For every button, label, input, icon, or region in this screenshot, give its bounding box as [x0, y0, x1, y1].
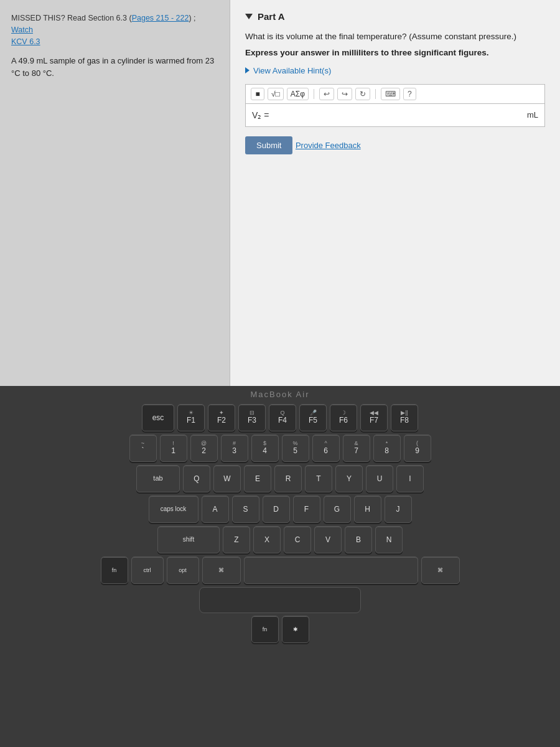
hint-expand-icon[interactable]: [245, 67, 250, 73]
key-a[interactable]: A: [202, 496, 229, 523]
key-cmd-left[interactable]: ⌘: [202, 557, 241, 584]
question-text: What is its volume at the final temperat…: [245, 31, 545, 43]
key-backtick[interactable]: ~`: [129, 435, 157, 462]
answer-instruction: Express your answer in milliliters to th…: [245, 47, 545, 59]
key-option-left[interactable]: opt: [167, 557, 199, 584]
key-j[interactable]: J: [385, 496, 412, 523]
key-u[interactable]: U: [366, 465, 393, 492]
key-t[interactable]: T: [305, 465, 332, 492]
zxcv-row: shift Z X C V B N: [12, 526, 548, 553]
key-f8[interactable]: ▶||F8: [391, 404, 418, 431]
key-esc[interactable]: esc: [142, 404, 174, 431]
missed-label: MISSED THIS?: [11, 14, 65, 22]
key-8[interactable]: *8: [373, 435, 401, 462]
key-d[interactable]: D: [263, 496, 290, 523]
key-2[interactable]: @2: [190, 435, 218, 462]
bottom-row: fn ctrl opt ⌘ ⌘: [12, 557, 548, 584]
key-b[interactable]: B: [345, 526, 372, 553]
macbook-label: MacBook Air: [251, 386, 310, 402]
part-title: Part A: [258, 11, 285, 22]
key-e[interactable]: E: [244, 465, 271, 492]
key-q[interactable]: Q: [183, 465, 210, 492]
key-y[interactable]: Y: [335, 465, 363, 492]
qwerty-row: tab Q W E R T Y U I: [12, 465, 548, 492]
toolbar-sqrt-icon[interactable]: √□: [268, 88, 284, 100]
key-f7[interactable]: ◀◀F7: [360, 404, 388, 431]
right-panel: Part A What is its volume at the final t…: [230, 0, 560, 386]
function-row: esc ☀F1 ✦F2 ⊟F3 QF4 🎤F5 ☽F6 ◀◀F7 ▶||F8: [12, 404, 548, 431]
toolbar-refresh-icon[interactable]: ↻: [355, 88, 370, 100]
key-ctrl[interactable]: ctrl: [131, 557, 164, 584]
pages-link[interactable]: Pages 215 - 222: [132, 14, 189, 22]
problem-text: A 49.9 mL sample of gas in a cylinder is…: [11, 55, 218, 79]
collapse-icon[interactable]: [245, 14, 253, 19]
key-3[interactable]: #3: [221, 435, 248, 462]
toolbar-sigma-icon[interactable]: AΣφ: [287, 88, 309, 100]
asdf-row: caps lock A S D F G H J: [12, 496, 548, 523]
key-f4[interactable]: QF4: [269, 404, 296, 431]
toolbar-separator-1: [314, 89, 314, 99]
macbook-bezel: MacBook Air esc ☀F1 ✦F2 ⊟F3 QF4 🎤F5 ☽F6 …: [0, 386, 560, 747]
key-caps[interactable]: caps lock: [149, 496, 198, 523]
part-header: Part A: [245, 11, 545, 22]
key-extra[interactable]: ✱: [282, 616, 309, 643]
toolbar-keyboard-icon[interactable]: ⌨: [381, 88, 400, 100]
trackpad[interactable]: [199, 587, 361, 613]
toolbar-undo-icon[interactable]: ↩: [319, 88, 334, 100]
key-x[interactable]: X: [253, 526, 281, 553]
key-7[interactable]: &7: [343, 435, 370, 462]
key-i[interactable]: I: [396, 465, 424, 492]
unit-label: mL: [527, 110, 538, 120]
key-f2[interactable]: ✦F2: [208, 404, 235, 431]
key-f3[interactable]: ⊟F3: [238, 404, 266, 431]
key-9[interactable]: (9: [404, 435, 431, 462]
keyboard-area: esc ☀F1 ✦F2 ⊟F3 QF4 🎤F5 ☽F6 ◀◀F7 ▶||F8 ~…: [12, 402, 548, 649]
v2-label: V₂ =: [252, 110, 269, 120]
key-5[interactable]: %5: [282, 435, 309, 462]
hint-row: View Available Hint(s): [245, 66, 545, 75]
bottom-fn-row: fn ✱: [12, 616, 548, 643]
key-s[interactable]: S: [232, 496, 259, 523]
key-cmd-right[interactable]: ⌘: [421, 557, 460, 584]
key-shift-left[interactable]: shift: [157, 526, 220, 553]
toolbar-help-icon[interactable]: ?: [403, 88, 416, 100]
key-fn-corner[interactable]: fn: [251, 616, 279, 643]
key-6[interactable]: ^6: [312, 435, 340, 462]
key-tab[interactable]: tab: [136, 465, 180, 492]
key-f6[interactable]: ☽F6: [330, 404, 357, 431]
toolbar-redo-icon[interactable]: ↪: [337, 88, 352, 100]
key-fn-bottom[interactable]: fn: [101, 557, 128, 584]
submit-button[interactable]: Submit: [245, 136, 292, 154]
hint-link[interactable]: View Available Hint(s): [253, 66, 331, 75]
key-n[interactable]: N: [375, 526, 403, 553]
missed-this-section: MISSED THIS? Read Section 6.3 (Pages 215…: [11, 12, 218, 47]
key-c[interactable]: C: [284, 526, 311, 553]
key-1[interactable]: !1: [160, 435, 187, 462]
screen: MISSED THIS? Read Section 6.3 (Pages 215…: [0, 0, 560, 386]
key-f5[interactable]: 🎤F5: [299, 404, 327, 431]
left-panel: MISSED THIS? Read Section 6.3 (Pages 215…: [0, 0, 230, 386]
key-r[interactable]: R: [274, 465, 302, 492]
key-f1[interactable]: ☀F1: [177, 404, 205, 431]
key-z[interactable]: Z: [223, 526, 250, 553]
key-f[interactable]: F: [293, 496, 320, 523]
key-g[interactable]: G: [324, 496, 351, 523]
kcv-link[interactable]: KCV 6.3: [11, 37, 40, 46]
key-4[interactable]: $4: [251, 435, 279, 462]
number-row: ~` !1 @2 #3 $4 %5 ^6 &7 *8 (9: [12, 435, 548, 462]
equation-toolbar: ■ √□ AΣφ ↩ ↪ ↻ ⌨ ?: [245, 84, 545, 103]
toolbar-separator-2: [375, 89, 376, 99]
answer-input[interactable]: [274, 108, 522, 123]
key-v[interactable]: V: [314, 526, 342, 553]
watch-link[interactable]: Watch: [11, 26, 33, 34]
answer-row: V₂ = mL: [245, 103, 545, 127]
key-w[interactable]: W: [213, 465, 241, 492]
toolbar-square-icon[interactable]: ■: [251, 88, 264, 100]
feedback-link[interactable]: Provide Feedback: [296, 141, 361, 150]
key-h[interactable]: H: [354, 496, 381, 523]
key-space[interactable]: [244, 557, 418, 584]
